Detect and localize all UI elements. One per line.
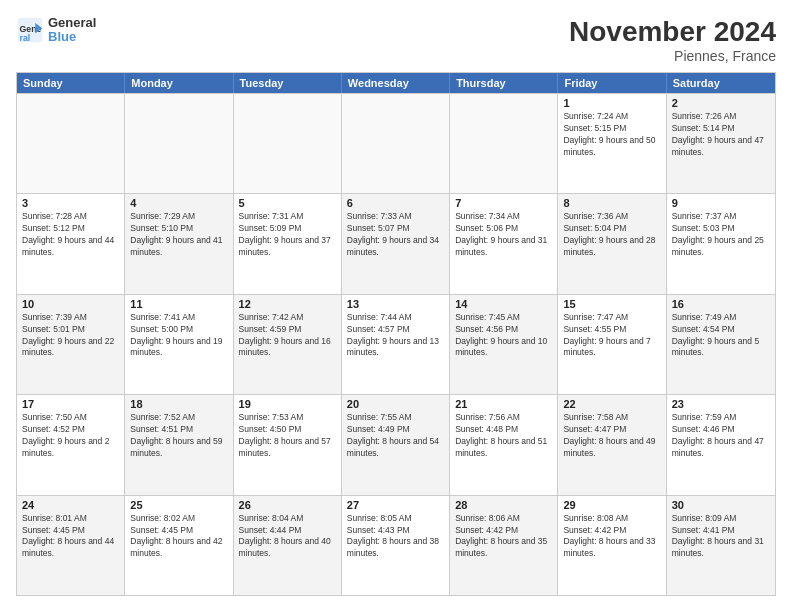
day-number: 2 <box>672 97 770 109</box>
day-number: 4 <box>130 197 227 209</box>
calendar-cell: 4Sunrise: 7:29 AM Sunset: 5:10 PM Daylig… <box>125 194 233 293</box>
day-number: 6 <box>347 197 444 209</box>
day-info: Sunrise: 8:02 AM Sunset: 4:45 PM Dayligh… <box>130 513 227 561</box>
calendar-body: 1Sunrise: 7:24 AM Sunset: 5:15 PM Daylig… <box>17 93 775 595</box>
day-number: 9 <box>672 197 770 209</box>
day-info: Sunrise: 7:34 AM Sunset: 5:06 PM Dayligh… <box>455 211 552 259</box>
calendar-cell: 13Sunrise: 7:44 AM Sunset: 4:57 PM Dayli… <box>342 295 450 394</box>
day-info: Sunrise: 7:58 AM Sunset: 4:47 PM Dayligh… <box>563 412 660 460</box>
title-block: November 2024 Piennes, France <box>569 16 776 64</box>
calendar-cell: 3Sunrise: 7:28 AM Sunset: 5:12 PM Daylig… <box>17 194 125 293</box>
calendar-cell: 2Sunrise: 7:26 AM Sunset: 5:14 PM Daylig… <box>667 94 775 193</box>
day-number: 26 <box>239 499 336 511</box>
day-number: 7 <box>455 197 552 209</box>
day-number: 20 <box>347 398 444 410</box>
calendar-row: 24Sunrise: 8:01 AM Sunset: 4:45 PM Dayli… <box>17 495 775 595</box>
calendar-cell: 17Sunrise: 7:50 AM Sunset: 4:52 PM Dayli… <box>17 395 125 494</box>
logo-line1: General <box>48 16 96 30</box>
day-info: Sunrise: 7:47 AM Sunset: 4:55 PM Dayligh… <box>563 312 660 360</box>
day-info: Sunrise: 7:31 AM Sunset: 5:09 PM Dayligh… <box>239 211 336 259</box>
logo-icon: Gene ral <box>16 16 44 44</box>
cal-header-day: Wednesday <box>342 73 450 93</box>
day-info: Sunrise: 7:53 AM Sunset: 4:50 PM Dayligh… <box>239 412 336 460</box>
cal-header-day: Monday <box>125 73 233 93</box>
day-number: 1 <box>563 97 660 109</box>
calendar-cell: 22Sunrise: 7:58 AM Sunset: 4:47 PM Dayli… <box>558 395 666 494</box>
day-info: Sunrise: 8:04 AM Sunset: 4:44 PM Dayligh… <box>239 513 336 561</box>
calendar-cell: 21Sunrise: 7:56 AM Sunset: 4:48 PM Dayli… <box>450 395 558 494</box>
day-info: Sunrise: 8:09 AM Sunset: 4:41 PM Dayligh… <box>672 513 770 561</box>
calendar-row: 3Sunrise: 7:28 AM Sunset: 5:12 PM Daylig… <box>17 193 775 293</box>
day-number: 18 <box>130 398 227 410</box>
day-info: Sunrise: 7:42 AM Sunset: 4:59 PM Dayligh… <box>239 312 336 360</box>
month-title: November 2024 <box>569 16 776 48</box>
day-info: Sunrise: 7:39 AM Sunset: 5:01 PM Dayligh… <box>22 312 119 360</box>
day-info: Sunrise: 8:06 AM Sunset: 4:42 PM Dayligh… <box>455 513 552 561</box>
calendar-cell: 15Sunrise: 7:47 AM Sunset: 4:55 PM Dayli… <box>558 295 666 394</box>
day-number: 8 <box>563 197 660 209</box>
calendar-cell <box>342 94 450 193</box>
day-number: 21 <box>455 398 552 410</box>
calendar-cell: 20Sunrise: 7:55 AM Sunset: 4:49 PM Dayli… <box>342 395 450 494</box>
svg-text:ral: ral <box>20 33 31 43</box>
cal-header-day: Thursday <box>450 73 558 93</box>
day-info: Sunrise: 7:28 AM Sunset: 5:12 PM Dayligh… <box>22 211 119 259</box>
day-number: 12 <box>239 298 336 310</box>
calendar-cell: 28Sunrise: 8:06 AM Sunset: 4:42 PM Dayli… <box>450 496 558 595</box>
day-info: Sunrise: 8:01 AM Sunset: 4:45 PM Dayligh… <box>22 513 119 561</box>
day-info: Sunrise: 7:59 AM Sunset: 4:46 PM Dayligh… <box>672 412 770 460</box>
day-number: 10 <box>22 298 119 310</box>
calendar-row: 17Sunrise: 7:50 AM Sunset: 4:52 PM Dayli… <box>17 394 775 494</box>
calendar-cell: 26Sunrise: 8:04 AM Sunset: 4:44 PM Dayli… <box>234 496 342 595</box>
day-info: Sunrise: 7:41 AM Sunset: 5:00 PM Dayligh… <box>130 312 227 360</box>
calendar-cell: 25Sunrise: 8:02 AM Sunset: 4:45 PM Dayli… <box>125 496 233 595</box>
day-info: Sunrise: 7:26 AM Sunset: 5:14 PM Dayligh… <box>672 111 770 159</box>
calendar-header: SundayMondayTuesdayWednesdayThursdayFrid… <box>17 73 775 93</box>
day-info: Sunrise: 8:05 AM Sunset: 4:43 PM Dayligh… <box>347 513 444 561</box>
day-number: 3 <box>22 197 119 209</box>
logo-line2: Blue <box>48 30 96 44</box>
day-info: Sunrise: 7:55 AM Sunset: 4:49 PM Dayligh… <box>347 412 444 460</box>
day-info: Sunrise: 7:29 AM Sunset: 5:10 PM Dayligh… <box>130 211 227 259</box>
calendar-cell: 19Sunrise: 7:53 AM Sunset: 4:50 PM Dayli… <box>234 395 342 494</box>
calendar-cell <box>125 94 233 193</box>
calendar-cell <box>234 94 342 193</box>
day-number: 11 <box>130 298 227 310</box>
day-info: Sunrise: 7:24 AM Sunset: 5:15 PM Dayligh… <box>563 111 660 159</box>
day-number: 30 <box>672 499 770 511</box>
calendar-cell: 14Sunrise: 7:45 AM Sunset: 4:56 PM Dayli… <box>450 295 558 394</box>
day-number: 19 <box>239 398 336 410</box>
page-header: Gene ral General Blue November 2024 Pien… <box>16 16 776 64</box>
calendar-cell: 16Sunrise: 7:49 AM Sunset: 4:54 PM Dayli… <box>667 295 775 394</box>
calendar-cell: 18Sunrise: 7:52 AM Sunset: 4:51 PM Dayli… <box>125 395 233 494</box>
calendar-cell: 12Sunrise: 7:42 AM Sunset: 4:59 PM Dayli… <box>234 295 342 394</box>
calendar-cell: 6Sunrise: 7:33 AM Sunset: 5:07 PM Daylig… <box>342 194 450 293</box>
day-number: 29 <box>563 499 660 511</box>
day-info: Sunrise: 7:50 AM Sunset: 4:52 PM Dayligh… <box>22 412 119 460</box>
day-number: 14 <box>455 298 552 310</box>
day-info: Sunrise: 7:45 AM Sunset: 4:56 PM Dayligh… <box>455 312 552 360</box>
calendar-cell: 24Sunrise: 8:01 AM Sunset: 4:45 PM Dayli… <box>17 496 125 595</box>
day-info: Sunrise: 7:37 AM Sunset: 5:03 PM Dayligh… <box>672 211 770 259</box>
day-number: 16 <box>672 298 770 310</box>
calendar-cell: 1Sunrise: 7:24 AM Sunset: 5:15 PM Daylig… <box>558 94 666 193</box>
calendar-cell: 10Sunrise: 7:39 AM Sunset: 5:01 PM Dayli… <box>17 295 125 394</box>
cal-header-day: Sunday <box>17 73 125 93</box>
cal-header-day: Tuesday <box>234 73 342 93</box>
cal-header-day: Saturday <box>667 73 775 93</box>
calendar-cell: 7Sunrise: 7:34 AM Sunset: 5:06 PM Daylig… <box>450 194 558 293</box>
calendar-cell: 30Sunrise: 8:09 AM Sunset: 4:41 PM Dayli… <box>667 496 775 595</box>
day-info: Sunrise: 8:08 AM Sunset: 4:42 PM Dayligh… <box>563 513 660 561</box>
calendar: SundayMondayTuesdayWednesdayThursdayFrid… <box>16 72 776 596</box>
day-number: 24 <box>22 499 119 511</box>
day-info: Sunrise: 7:56 AM Sunset: 4:48 PM Dayligh… <box>455 412 552 460</box>
calendar-row: 1Sunrise: 7:24 AM Sunset: 5:15 PM Daylig… <box>17 93 775 193</box>
day-number: 15 <box>563 298 660 310</box>
day-number: 17 <box>22 398 119 410</box>
calendar-cell: 23Sunrise: 7:59 AM Sunset: 4:46 PM Dayli… <box>667 395 775 494</box>
day-info: Sunrise: 7:36 AM Sunset: 5:04 PM Dayligh… <box>563 211 660 259</box>
calendar-cell: 29Sunrise: 8:08 AM Sunset: 4:42 PM Dayli… <box>558 496 666 595</box>
calendar-row: 10Sunrise: 7:39 AM Sunset: 5:01 PM Dayli… <box>17 294 775 394</box>
calendar-cell: 9Sunrise: 7:37 AM Sunset: 5:03 PM Daylig… <box>667 194 775 293</box>
day-info: Sunrise: 7:33 AM Sunset: 5:07 PM Dayligh… <box>347 211 444 259</box>
